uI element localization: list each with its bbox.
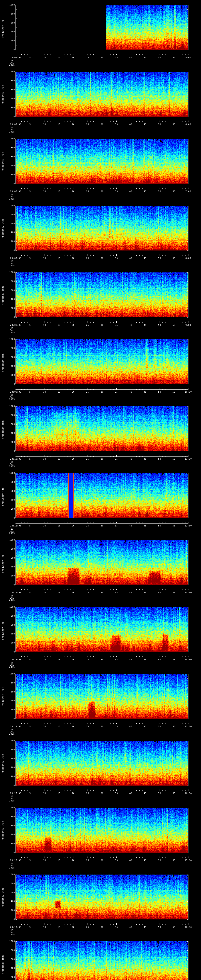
x-tick-label: 40 <box>129 859 132 862</box>
y-tick-label: 200 <box>5 775 15 778</box>
x-tick-label: 25 <box>86 391 89 393</box>
x-tick-label: 5 <box>29 458 30 460</box>
x-tick-label: 35 <box>115 725 118 728</box>
x-tick-label: 15 <box>57 859 60 862</box>
y-tick-label: 400 <box>5 499 15 501</box>
x-start-time-label: 23:16:00 <box>10 859 21 862</box>
x-tick-label: 5 <box>29 56 30 59</box>
y-tick-label: 800 <box>5 414 15 417</box>
x-tick-label: 55 <box>172 324 175 326</box>
y-tick-label: 800 <box>5 547 15 550</box>
x-tick-label: 55 <box>172 659 175 661</box>
y-tick-label: 600 <box>5 824 15 827</box>
y-tick-label: 200 <box>5 173 15 176</box>
x-tick-label: 45 <box>144 792 147 795</box>
x-tick-label: 40 <box>129 659 132 661</box>
spectrogram-panel-231800: Frequency (Hz)1000800600400200023:18:005… <box>0 937 201 980</box>
spectrogram-panel-230500: Frequency (Hz)1000800600400200023:05:005… <box>0 67 201 134</box>
x-tick-label: 35 <box>115 591 118 594</box>
x-tick-label: 50 <box>158 324 161 326</box>
spectrogram-panel-230600: Frequency (Hz)1000800600400200023:06:005… <box>0 134 201 201</box>
x-tick-label: 35 <box>115 257 118 259</box>
x-tick-label: 25 <box>86 525 89 527</box>
x-start-time-label: 23:11:00 <box>10 525 21 527</box>
spectrogram-panel-230400: Frequency (Hz)1000800600400200023:04:005… <box>0 0 201 67</box>
x-tick-label: 55 <box>172 591 175 594</box>
x-tick-label: 5 <box>29 391 30 393</box>
x-tick-label: 5 <box>29 659 30 661</box>
x-start-time-label: 23:05:00 <box>10 123 21 126</box>
x-tick-label: 20 <box>72 190 75 192</box>
y-tick-label: 200 <box>5 574 15 577</box>
y-tick-label: 0 <box>5 316 15 318</box>
x-tick-label: 50 <box>158 458 161 460</box>
x-tick-label: 15 <box>57 659 60 661</box>
x-tick-label: 55 <box>172 792 175 795</box>
y-axis-title: Frequency (Hz) <box>2 553 4 573</box>
x-tick-label: 50 <box>158 257 161 259</box>
x-tick-label: 15 <box>57 391 60 393</box>
x-start-time-label: 23:10:00 <box>10 458 21 460</box>
y-axis-title: Frequency (Hz) <box>2 754 4 773</box>
x-tick-label: 35 <box>115 324 118 326</box>
y-tick-label: 1000 <box>5 873 15 876</box>
x-tick-label: 35 <box>115 391 118 393</box>
x-tick-label: 50 <box>158 659 161 661</box>
spectrogram-canvas <box>0 937 201 980</box>
x-end-time-label: 13:00 <box>185 591 192 594</box>
x-tick-label: 15 <box>57 725 60 728</box>
x-tick-label: 10 <box>43 859 46 862</box>
x-tick-label: 20 <box>72 659 75 661</box>
x-start-time-label: 23:17:00 <box>10 926 21 929</box>
x-tick-label: 15 <box>57 324 60 326</box>
y-tick-label: 200 <box>5 508 15 510</box>
x-tick-label: 15 <box>57 257 60 259</box>
y-tick-label: 1000 <box>5 137 15 140</box>
x-start-time-label: 23:14:00 <box>10 725 21 728</box>
x-tick-label: 5 <box>29 725 30 728</box>
x-tick-label: 50 <box>158 591 161 594</box>
x-tick-label: 35 <box>115 458 118 460</box>
x-tick-label: 5 <box>29 190 30 192</box>
x-tick-label: 30 <box>101 659 104 661</box>
y-tick-label: 1000 <box>5 472 15 474</box>
y-tick-label: 400 <box>5 164 15 167</box>
x-tick-label: 5 <box>29 926 30 929</box>
x-tick-label: 30 <box>101 123 104 126</box>
date-label: 2015 <box>9 800 15 802</box>
y-tick-label: 0 <box>5 784 15 787</box>
y-tick-label: 1000 <box>5 539 15 541</box>
x-tick-label: 30 <box>101 324 104 326</box>
y-tick-label: 1000 <box>5 70 15 73</box>
y-tick-label: 400 <box>5 565 15 568</box>
date-label: 2015 <box>9 64 15 66</box>
x-tick-label: 45 <box>144 324 147 326</box>
y-tick-label: 800 <box>5 815 15 818</box>
x-tick-label: 5 <box>29 123 30 126</box>
x-end-time-label: 16:00 <box>185 792 192 795</box>
x-tick-label: 55 <box>172 525 175 527</box>
x-tick-label: 45 <box>144 725 147 728</box>
y-tick-label: 600 <box>5 490 15 492</box>
x-start-time-label: 23:04:00 <box>10 56 21 59</box>
x-tick-label: 40 <box>129 56 132 59</box>
x-tick-label: 20 <box>72 324 75 326</box>
y-axis-title: Frequency (Hz) <box>2 955 4 974</box>
x-tick-label: 45 <box>144 859 147 862</box>
y-tick-label: 0 <box>5 918 15 921</box>
y-tick-label: 600 <box>5 557 15 559</box>
date-label: 2015 <box>9 398 15 401</box>
y-tick-label: 800 <box>5 80 15 82</box>
x-tick-label: 55 <box>172 123 175 126</box>
y-tick-label: 600 <box>5 423 15 425</box>
y-tick-label: 400 <box>5 900 15 902</box>
date-label: 2015 <box>9 867 15 869</box>
x-tick-label: 20 <box>72 926 75 929</box>
x-tick-label: 25 <box>86 56 89 59</box>
x-tick-label: 30 <box>101 525 104 527</box>
date-label: 2015 <box>9 933 15 936</box>
y-tick-label: 1000 <box>5 3 15 6</box>
x-tick-label: 40 <box>129 525 132 527</box>
x-tick-label: 10 <box>43 257 46 259</box>
y-tick-label: 600 <box>5 690 15 693</box>
